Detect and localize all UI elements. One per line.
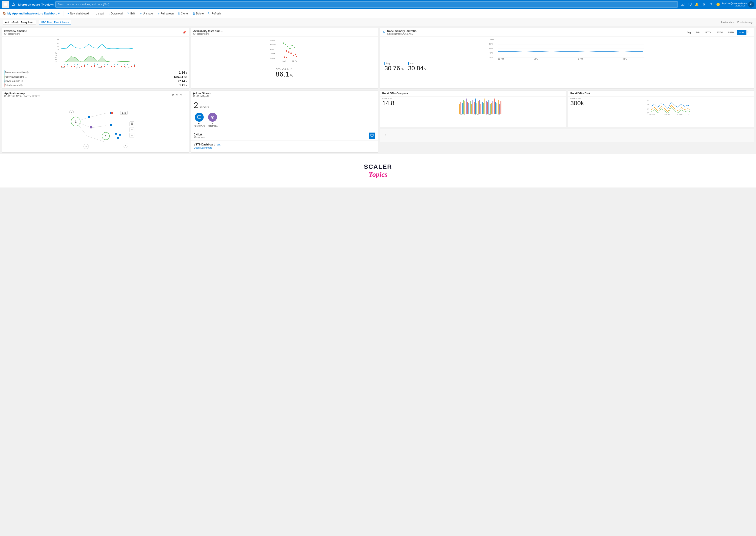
svg-point-136 bbox=[212, 117, 213, 118]
appmap-body: 1 ⊕ 1 bbox=[2, 99, 189, 152]
svg-text:12 PM: 12 PM bbox=[292, 60, 297, 62]
svg-text:6s: 6s bbox=[57, 39, 59, 41]
overview-widget-header: Overview timeline CH-RetailAppAI 📌 bbox=[2, 28, 189, 37]
edit-button[interactable]: ✎ Edit bbox=[125, 11, 137, 16]
tab-50th[interactable]: 50TH bbox=[703, 30, 714, 35]
empty-bottom-area: ↖ bbox=[380, 129, 754, 142]
delete-button[interactable]: 🗑 Delete bbox=[190, 11, 206, 16]
svg-text:⊞: ⊞ bbox=[131, 122, 133, 125]
livestream-header: ▶ Live Stream CH-RetailAppAI bbox=[191, 90, 378, 99]
svg-rect-44 bbox=[87, 66, 88, 67]
appmap-header: Application map CH-RETAILAPPAI · LAST 4 … bbox=[2, 90, 189, 99]
upload-button[interactable]: ↑ Upload bbox=[91, 11, 106, 16]
svg-text:−: − bbox=[131, 134, 133, 137]
fullscreen-icon: ⤢ bbox=[157, 12, 160, 15]
svg-rect-0 bbox=[681, 3, 684, 6]
svg-point-68 bbox=[282, 43, 284, 44]
appmap-more-icon[interactable]: ··· bbox=[183, 93, 186, 97]
svg-rect-50 bbox=[108, 65, 108, 67]
tab-max[interactable]: Max bbox=[737, 30, 746, 35]
tab-95th[interactable]: 95TH bbox=[726, 30, 737, 35]
dashboard-area: Overview timeline CH-RetailAppAI 📌 6s 4s… bbox=[0, 26, 756, 154]
fullscreen-button[interactable]: ⤢ Full screen bbox=[156, 11, 176, 16]
nav-help-icon[interactable]: ? bbox=[708, 1, 714, 8]
dashboard-title[interactable]: My App and Infrastructure Dashbo... ∨ bbox=[7, 12, 60, 15]
hamburger-menu[interactable]: ☰ bbox=[2, 1, 9, 8]
svg-rect-142 bbox=[460, 102, 461, 114]
nav-bell-icon[interactable]: 🔔 bbox=[694, 1, 700, 8]
svg-rect-57 bbox=[131, 66, 132, 67]
node-memory-refresh-icon[interactable]: ↻ bbox=[747, 30, 750, 34]
bottom-widgets-row: Application map CH-RETAILAPPAI · LAST 4 … bbox=[2, 90, 754, 152]
nav-avatar[interactable]: K bbox=[748, 1, 754, 8]
tab-avg[interactable]: Avg bbox=[684, 30, 693, 35]
svg-rect-116 bbox=[115, 133, 117, 135]
unshare-button[interactable]: ⇗ Unshare bbox=[138, 11, 154, 16]
nav-terminal-icon[interactable] bbox=[679, 1, 686, 8]
svg-text:1min: 1min bbox=[270, 48, 274, 50]
appmap-edit-icon[interactable]: ✎ bbox=[180, 93, 182, 97]
availability-subtitle: CH-RetailAppAI bbox=[193, 33, 222, 35]
svg-text:12: 12 bbox=[498, 114, 500, 115]
appmap-reload-icon[interactable]: ↻ bbox=[176, 93, 179, 97]
server-requests-metric: Server requests ⓘ 27.44 k bbox=[4, 79, 187, 83]
overview-chart-area: 6s 4s 2s 0s 4s 3s 2s 1s 0s bbox=[2, 37, 189, 88]
svg-line-101 bbox=[89, 113, 106, 117]
svg-point-76 bbox=[290, 52, 292, 54]
nav-smiley-icon[interactable]: 😊 bbox=[715, 1, 721, 8]
refresh-button[interactable]: ↻ Refresh bbox=[206, 11, 222, 16]
svg-text:1: 1 bbox=[105, 135, 107, 137]
svg-text:60%: 60% bbox=[489, 48, 493, 50]
svg-rect-45 bbox=[91, 66, 92, 67]
retail-compute-avg-value: 14.8 bbox=[382, 100, 394, 107]
new-dashboard-button[interactable]: + New dashboard bbox=[66, 11, 90, 16]
vsts-label: VSTS Dashboard bbox=[194, 143, 215, 146]
auto-refresh-filter[interactable]: Auto refresh : Every hour bbox=[3, 20, 36, 24]
node-memory-chart: 100% 80% 60% 40% 20% 12 PM 1 PM bbox=[382, 38, 752, 60]
overview-pin-icon[interactable]: 📌 bbox=[182, 30, 186, 34]
download-button[interactable]: ↓ Download bbox=[107, 11, 124, 16]
last-updated: Last updated: 13 minutes ago bbox=[721, 21, 753, 23]
svg-point-72 bbox=[291, 45, 293, 46]
svg-rect-145 bbox=[464, 101, 465, 114]
tab-90th[interactable]: 90TH bbox=[714, 30, 725, 35]
avg-memory-unit: % bbox=[401, 67, 403, 71]
svg-text:12:00 AM: 12:00 AM bbox=[663, 114, 670, 115]
open-dashboard-link[interactable]: Open Dashboard bbox=[194, 146, 213, 149]
svg-rect-167 bbox=[494, 99, 495, 114]
svg-rect-161 bbox=[486, 101, 486, 114]
svg-rect-150 bbox=[471, 104, 472, 114]
livestream-divider-2 bbox=[191, 141, 378, 141]
svg-point-78 bbox=[295, 53, 296, 55]
svg-rect-159 bbox=[483, 103, 484, 114]
svg-text:⊕: ⊕ bbox=[71, 112, 72, 114]
branding-scaler: SCALER bbox=[364, 163, 392, 170]
svg-rect-54 bbox=[121, 66, 122, 67]
vsts-edit-link[interactable]: Edit bbox=[216, 144, 220, 146]
nav-settings-icon[interactable]: ⚙ bbox=[701, 1, 707, 8]
retail-vms-disk-widget: Retail VMs Disk BYTES/SEC 300k 8M 6M 4M … bbox=[568, 90, 754, 127]
clone-button[interactable]: ⎘ Clone bbox=[176, 11, 189, 16]
tab-min[interactable]: Min bbox=[694, 30, 703, 35]
svg-text:2M: 2M bbox=[646, 112, 649, 114]
retail-vms-area: Retail VMs Compute AVERAGE 14.8 bbox=[380, 90, 754, 152]
nav-icons: 🔔 ⚙ ? 😊 kaprince@microsoft.com MICROSOFT… bbox=[679, 1, 754, 8]
nav-feedback-icon[interactable] bbox=[687, 1, 693, 8]
appmap-refresh-icon[interactable]: ⇄ bbox=[172, 93, 175, 97]
svg-rect-53 bbox=[117, 66, 118, 67]
svg-rect-40 bbox=[74, 66, 75, 67]
availability-big-number: AVAILABILITY 86.1 % bbox=[193, 65, 376, 81]
svg-text:12 PM: 12 PM bbox=[498, 58, 504, 60]
appmap-title: Application map bbox=[4, 92, 40, 95]
livestream-title: ▶ Live Stream bbox=[193, 92, 211, 95]
availability-unit: % bbox=[290, 73, 293, 77]
search-input[interactable] bbox=[55, 1, 678, 8]
svg-rect-46 bbox=[94, 65, 95, 67]
server-count-label: servers bbox=[199, 105, 209, 109]
utc-time-filter[interactable]: UTC Time : Past 4 hours bbox=[39, 20, 71, 24]
node-memory-chart-area: 100% 80% 60% 40% 20% 12 PM 1 PM bbox=[380, 37, 754, 75]
utc-time-value: Past 4 hours bbox=[54, 21, 69, 23]
svg-rect-141 bbox=[459, 104, 460, 114]
delete-icon: 🗑 bbox=[192, 12, 195, 15]
retail-vms-compute-widget: Retail VMs Compute AVERAGE 14.8 bbox=[380, 90, 566, 127]
